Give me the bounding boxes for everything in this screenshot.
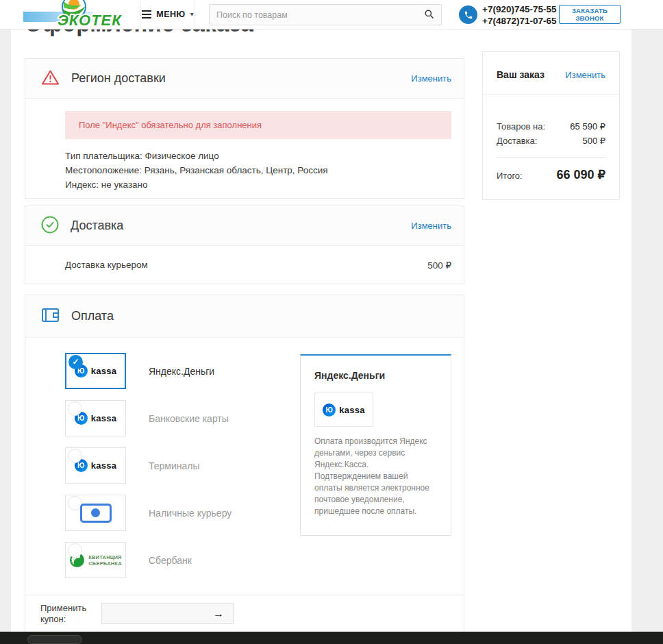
order-items-value: 65 590 ₽: [570, 119, 605, 134]
order-total-label: Итого:: [497, 171, 523, 181]
payer-type-line: Тип плательщика: Физическое лицо: [65, 149, 451, 163]
region-section-header: Регион доставки Изменить: [25, 59, 464, 99]
order-delivery-label: Доставка:: [497, 134, 537, 148]
order-items-label: Товаров на:: [497, 119, 545, 134]
coupon-row: Применить купон: →: [25, 595, 464, 632]
order-summary: Ваш заказ Изменить Товаров на: 65 590 ₽ …: [482, 51, 620, 200]
phone-number-2[interactable]: +7(4872)71-07-65: [482, 15, 556, 27]
yookassa-logo-box: Ю kassa: [314, 393, 373, 427]
coupon-input-wrap: →: [101, 603, 234, 624]
order-summary-header: Ваш заказ Изменить: [483, 52, 619, 95]
payment-option-label: Яндекс.Деньги: [149, 366, 214, 377]
order-total-value: 66 090 ₽: [556, 167, 605, 182]
footer-strip: [0, 632, 663, 644]
payment-tile[interactable]: Ю kassa: [65, 400, 126, 436]
menu-label: МЕНЮ: [156, 10, 185, 19]
phone-number-1[interactable]: +7(920)745-75-55: [482, 3, 556, 15]
delivery-change-link[interactable]: Изменить: [411, 221, 451, 231]
order-delivery-row: Доставка: 500 ₽: [497, 134, 605, 148]
search-icon: [424, 9, 434, 21]
payment-section: Оплата ✓ Ю kassa Яндекс.Деньги Ю: [25, 295, 464, 632]
delivery-method-row: Доставка курьером 500 ₽: [25, 246, 464, 271]
delivery-section: Доставка Изменить Доставка курьером 500 …: [25, 206, 464, 284]
region-section-body: Поле "Индекс" обязательно для заполнения…: [25, 99, 464, 192]
payment-section-title: Оплата: [71, 309, 114, 323]
location-line: Местоположение: Рязань, Рязанская област…: [65, 163, 451, 177]
phone-numbers: +7(920)745-75-55 +7(4872)71-07-65: [482, 3, 556, 27]
chevron-down-icon: ▾: [190, 10, 194, 18]
ecotek-logo[interactable]: ЭКОТЕК: [19, 0, 134, 29]
delivery-price: 500 ₽: [427, 260, 451, 271]
region-section-title: Регион доставки: [71, 71, 166, 86]
payment-tile[interactable]: ✓ Ю kassa: [65, 353, 126, 389]
order-summary-body: Товаров на: 65 590 ₽ Доставка: 500 ₽ Ито…: [483, 95, 619, 182]
radio-unchecked-icon: [68, 543, 82, 558]
index-required-error: Поле "Индекс" обязательно для заполнения: [65, 111, 451, 139]
search-box: [209, 4, 442, 25]
wallet-icon: [41, 307, 60, 326]
payment-option-label: Терминалы: [149, 460, 200, 471]
yookassa-logo: Ю kassa: [75, 412, 117, 425]
warning-icon: [41, 69, 60, 88]
coupon-input[interactable]: [102, 608, 204, 619]
order-delivery-value: 500 ₽: [582, 134, 605, 148]
payment-options: ✓ Ю kassa Яндекс.Деньги Ю kassa Банковс: [25, 338, 464, 578]
search-button[interactable]: [417, 9, 441, 21]
payment-tile[interactable]: [65, 495, 126, 531]
order-summary-divider: [497, 157, 605, 158]
order-change-link[interactable]: Изменить: [565, 70, 605, 80]
index-line: Индекс: не указано: [65, 177, 451, 192]
payment-details-panel: Яндекс.Деньги Ю kassa Оплата производитс…: [300, 354, 451, 536]
delivery-section-title: Доставка: [71, 219, 123, 233]
checkout-page: Оформление заказа ЭКОТЕК МЕНЮ ▾: [0, 0, 663, 644]
payment-tile[interactable]: Ю kassa: [65, 447, 126, 484]
coupon-apply-button[interactable]: →: [204, 608, 233, 620]
arrow-right-icon: →: [213, 608, 224, 619]
payment-option-sberbank[interactable]: КВИТАНЦИЯ СБЕРБАНКА Сбербанк: [65, 542, 451, 578]
radio-checked-icon: ✓: [68, 355, 83, 369]
region-change-link[interactable]: Изменить: [411, 73, 451, 84]
radio-unchecked-icon: [68, 401, 82, 416]
check-circle-icon: [41, 216, 59, 236]
hamburger-icon: [142, 10, 151, 18]
payment-details-description: Оплата производится Яндекс деньгами, чер…: [314, 436, 437, 517]
payment-tile[interactable]: КВИТАНЦИЯ СБЕРБАНКА: [65, 542, 126, 578]
order-items-row: Товаров на: 65 590 ₽: [497, 119, 605, 134]
order-callback-button[interactable]: ЗАКАЗАТЬ ЗВОНОК: [559, 5, 621, 24]
radio-unchecked-icon: [68, 449, 82, 463]
search-input[interactable]: [210, 10, 417, 20]
payment-details-title: Яндекс.Деньги: [314, 370, 437, 381]
menu-button[interactable]: МЕНЮ ▾: [140, 0, 195, 29]
payment-option-label: Сбербанк: [149, 555, 192, 566]
order-summary-title: Ваш заказ: [497, 69, 545, 80]
logo-text: ЭКОТЕК: [58, 12, 122, 29]
delivery-section-header: Доставка Изменить: [25, 206, 464, 246]
payment-section-header: Оплата: [25, 295, 464, 338]
footer-widget: [27, 635, 82, 644]
order-total-row: Итого: 66 090 ₽: [497, 167, 605, 182]
payment-option-label: Наличные курьеру: [149, 508, 232, 519]
coupon-label: Применить купон:: [40, 603, 90, 625]
header: ЭКОТЕК МЕНЮ ▾ +: [0, 0, 663, 29]
delivery-method: Доставка курьером: [65, 260, 148, 271]
phone-icon: [459, 5, 477, 24]
yookassa-logo: Ю kassa: [75, 459, 117, 472]
yookassa-logo: Ю kassa: [323, 404, 365, 417]
banknote-icon: [80, 504, 112, 523]
region-section: Регион доставки Изменить Поле "Индекс" о…: [25, 58, 464, 199]
payment-option-label: Банковские карты: [149, 413, 229, 424]
